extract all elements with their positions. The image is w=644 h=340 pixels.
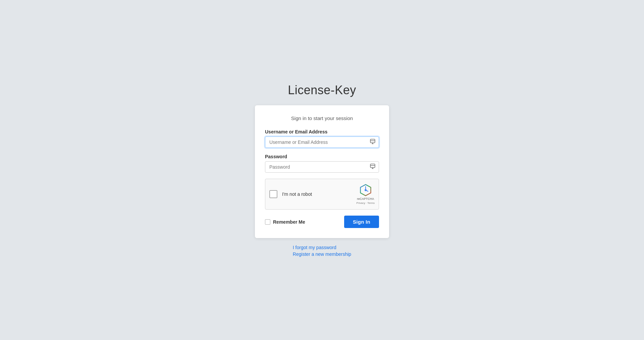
recaptcha-links: Privacy · Terms	[356, 202, 375, 205]
recaptcha-privacy-link[interactable]: Privacy	[356, 202, 365, 205]
remember-me-label[interactable]: Remember Me	[265, 219, 305, 225]
password-input[interactable]	[265, 161, 379, 173]
forgot-password-link[interactable]: I forgot my password	[293, 245, 351, 250]
recaptcha-right: reCAPTCHA Privacy · Terms	[356, 184, 375, 205]
login-card: Sign in to start your session Username o…	[255, 105, 389, 238]
password-input-wrapper	[265, 161, 379, 173]
username-input-wrapper	[265, 136, 379, 148]
password-group: Password	[265, 154, 379, 173]
username-input[interactable]	[265, 136, 379, 148]
svg-point-2	[365, 189, 367, 191]
register-link[interactable]: Register a new membership	[293, 251, 351, 257]
remember-me-checkbox[interactable]	[265, 219, 270, 225]
recaptcha-terms-link[interactable]: Terms	[367, 202, 375, 205]
username-group: Username or Email Address	[265, 129, 379, 148]
remember-me-text: Remember Me	[273, 219, 305, 225]
page-title: License-Key	[288, 83, 356, 97]
password-label: Password	[265, 154, 379, 159]
recaptcha-checkbox[interactable]	[269, 190, 277, 198]
recaptcha-logo-icon	[359, 184, 372, 196]
recaptcha-left: I'm not a robot	[269, 190, 312, 198]
recaptcha-brand: reCAPTCHA	[357, 197, 374, 201]
recaptcha-widget[interactable]: I'm not a robot reCAPTCHA Privacy ·	[265, 179, 379, 210]
card-subtitle: Sign in to start your session	[265, 115, 379, 121]
username-label: Username or Email Address	[265, 129, 379, 134]
links-section: I forgot my password Register a new memb…	[293, 245, 351, 257]
sign-in-button[interactable]: Sign In	[344, 216, 379, 228]
recaptcha-label: I'm not a robot	[282, 191, 312, 197]
form-footer: Remember Me Sign In	[265, 216, 379, 228]
